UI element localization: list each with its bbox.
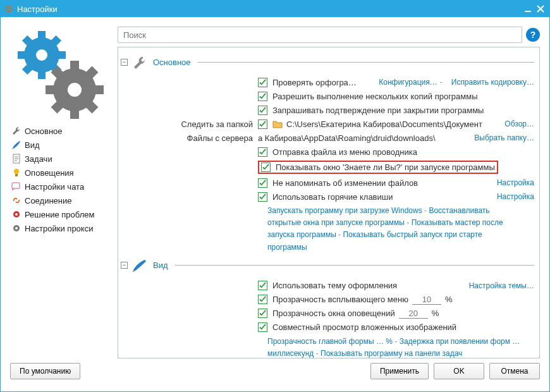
checkbox-watch-folder[interactable] [258,119,267,129]
collapse-view[interactable]: − [121,262,128,269]
ok-button[interactable]: OK [434,363,484,379]
svg-point-8 [68,83,82,97]
bulb-icon [11,168,21,178]
folder-icon [272,119,283,128]
wrench-icon [11,126,21,136]
sidebar-item-view[interactable]: Вид [10,138,111,152]
sidebar-item-notify[interactable]: Оповещения [10,166,111,180]
svg-rect-4 [38,31,46,40]
gears-illustration [10,27,111,121]
link-config[interactable]: Конфигурация… [379,78,437,87]
sidebar-item-tasks[interactable]: Задачи [10,152,111,166]
checkbox-shared-view[interactable] [258,322,267,332]
minimize-button[interactable] [523,4,533,14]
svg-point-14 [15,213,18,216]
cancel-button[interactable]: Отмена [489,363,540,379]
svg-point-16 [15,227,18,230]
search-input[interactable] [118,27,522,43]
settings-content: − Основное Проверять орфогра… Конфигурац… [118,47,540,358]
link-setting2[interactable]: Настройка [497,192,534,201]
svg-rect-2 [525,11,531,12]
checkbox-confirm-close[interactable] [258,106,267,115]
section-header-main: − Основное [118,55,534,69]
checkbox-multi[interactable] [258,92,267,101]
svg-point-10 [14,169,19,174]
svg-rect-12 [12,183,20,188]
notify-opacity-field[interactable]: 20 [399,309,428,319]
svg-rect-7 [70,61,79,71]
checkbox-notify-opacity[interactable] [258,309,267,318]
checkbox-theme[interactable] [258,281,267,290]
link-setting1[interactable]: Настройка [497,178,534,187]
link-icon [11,195,21,205]
sidebar-nav: Основное Вид Задачи Оповещения Настройки… [10,124,111,235]
section-title-main: Основное [153,58,191,67]
sidebar-item-proxy[interactable]: Настройки прокси [10,221,111,235]
sidebar-item-chat[interactable]: Настройки чата [10,180,111,193]
sidebar-item-problems[interactable]: Решение проблем [10,207,111,221]
left-column: Основное Вид Задачи Оповещения Настройки… [10,27,111,358]
checkbox-hotkeys[interactable] [258,192,267,202]
sidebar-item-main[interactable]: Основное [10,124,111,138]
checkbox-spell[interactable] [258,78,267,87]
brush-section-icon [131,259,149,273]
brush-icon [11,140,21,150]
gear-red-icon [11,209,21,219]
settings-window: Настройки [0,0,550,392]
svg-point-1 [8,8,10,10]
view-sublinks: Прозрачность главной формы … % - Задержк… [141,334,534,358]
link-theme-setting[interactable]: Настройка темы… [469,281,534,290]
chat-icon [11,181,21,192]
checkbox-noremind[interactable] [258,178,267,188]
link-fix-encoding[interactable]: Исправить кодировку… [451,78,534,87]
link-select-folder[interactable]: Выбрать папку… [474,133,534,142]
main-sublinks: Запускать программу при загрузке Windows… [141,204,534,257]
watch-folder-label: Следить за папкой [141,119,258,129]
wrench-section-icon [131,55,149,69]
close-button[interactable] [535,4,546,14]
default-button[interactable]: По умолчанию [10,363,80,379]
document-icon [11,154,21,164]
section-header-view: − Вид [118,259,534,273]
titlebar: Настройки [1,1,549,17]
svg-point-5 [36,49,47,61]
sidebar-item-conn[interactable]: Соединение [10,193,111,207]
section-title-view: Вид [153,260,168,270]
help-button[interactable]: ? [526,28,540,42]
server-files-label: Файлы с сервера [141,133,258,143]
checkbox-sendfile[interactable] [258,147,267,157]
collapse-main[interactable]: − [121,59,128,66]
link-browse[interactable]: Обзор… [504,119,534,128]
popup-opacity-field[interactable]: 10 [412,295,441,305]
window-title: Настройки [17,4,58,14]
gear-gray-icon [11,223,21,233]
svg-rect-11 [15,174,18,176]
apply-button[interactable]: Применить [370,363,429,379]
checkbox-popup-opacity[interactable] [258,295,267,304]
checkbox-dyk[interactable] [261,162,271,172]
bottom-bar: По умолчанию Применить OK Отмена [1,358,549,391]
app-icon [4,4,13,13]
